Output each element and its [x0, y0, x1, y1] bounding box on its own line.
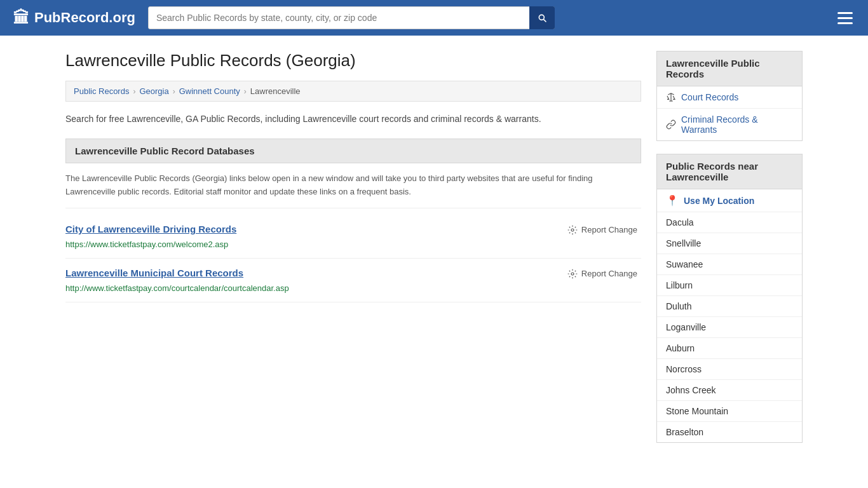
sidebar-court-records-label: Court Records	[681, 92, 738, 102]
menu-line	[837, 22, 853, 24]
nearby-braselton-link[interactable]: Braselton	[666, 427, 703, 437]
search-icon	[537, 13, 547, 23]
scale-icon	[666, 92, 676, 102]
record-entry: City of Lawrenceville Driving Records Re…	[65, 215, 641, 259]
nearby-suwanee-link[interactable]: Suwanee	[666, 259, 703, 269]
logo-text: PubRecord.org	[34, 10, 135, 26]
sidebar-nearby-johns-creek[interactable]: Johns Creek	[657, 380, 802, 401]
sidebar-criminal-records-label: Criminal Records & Warrants	[681, 114, 793, 135]
databases-intro: The Lawrenceville Public Records (Georgi…	[65, 163, 641, 208]
nearby-duluth-link[interactable]: Duluth	[666, 301, 691, 311]
use-location-link[interactable]: Use My Location	[684, 196, 754, 206]
databases-content: The Lawrenceville Public Records (Georgi…	[65, 163, 641, 302]
logo-icon: 🏛	[13, 8, 29, 28]
nearby-johns-creek-link[interactable]: Johns Creek	[666, 385, 716, 395]
location-pin-icon: 📍	[666, 194, 679, 207]
breadcrumb-gwinnett[interactable]: Gwinnett County	[179, 86, 240, 96]
sidebar-nearby-duluth[interactable]: Duluth	[657, 296, 802, 317]
menu-button[interactable]	[835, 10, 855, 27]
breadcrumb-lawrenceville: Lawrenceville	[250, 86, 301, 96]
search-container	[148, 6, 555, 29]
svg-point-0	[571, 229, 574, 231]
sidebar: Lawrenceville Public Records Court Recor…	[656, 51, 803, 456]
sidebar-lawrenceville-section: Lawrenceville Public Records Court Recor…	[656, 51, 803, 141]
sidebar-item-criminal-records[interactable]: Criminal Records & Warrants	[657, 109, 802, 140]
nearby-auburn-link[interactable]: Auburn	[666, 343, 695, 353]
report-icon	[567, 225, 578, 235]
sidebar-nearby-section: Public Records near Lawrenceville 📍 Use …	[656, 154, 803, 443]
record-url-driving[interactable]: https://www.ticketfastpay.com/welcome2.a…	[65, 240, 228, 249]
menu-line	[837, 12, 853, 14]
breadcrumb: Public Records › Georgia › Gwinnett Coun…	[65, 81, 641, 102]
record-title-driving[interactable]: City of Lawrenceville Driving Records	[65, 224, 236, 234]
sidebar-nearby-braselton[interactable]: Braselton	[657, 422, 802, 442]
nearby-dacula-link[interactable]: Dacula	[666, 217, 694, 227]
sidebar-item-court-records[interactable]: Court Records	[657, 86, 802, 109]
breadcrumb-public-records[interactable]: Public Records	[74, 86, 129, 96]
page-title: Lawrenceville Public Records (Georgia)	[65, 51, 641, 71]
nearby-stone-mountain-link[interactable]: Stone Mountain	[666, 406, 728, 416]
sidebar-nearby-snellville[interactable]: Snellville	[657, 233, 802, 254]
record-title-court[interactable]: Lawrenceville Municipal Court Records	[65, 268, 243, 278]
databases-heading: Lawrenceville Public Record Databases	[65, 139, 641, 163]
nearby-norcross-link[interactable]: Norcross	[666, 364, 702, 374]
sidebar-nearby-dacula[interactable]: Dacula	[657, 212, 802, 233]
menu-line	[837, 17, 853, 19]
record-url-court[interactable]: http://www.ticketfastpay.com/courtcalend…	[65, 283, 289, 293]
breadcrumb-sep: ›	[244, 87, 247, 96]
nearby-loganville-link[interactable]: Loganville	[666, 322, 706, 332]
sidebar-nearby-stone-mountain[interactable]: Stone Mountain	[657, 401, 802, 422]
sidebar-nearby-auburn[interactable]: Auburn	[657, 338, 802, 359]
breadcrumb-sep: ›	[133, 87, 135, 96]
report-change-button-2[interactable]: Report Change	[564, 268, 641, 280]
breadcrumb-georgia[interactable]: Georgia	[139, 86, 168, 96]
page-description: Search for free Lawrenceville, GA Public…	[65, 112, 641, 126]
sidebar-nearby-header: Public Records near Lawrenceville	[656, 154, 803, 189]
report-icon	[567, 269, 578, 279]
sidebar-use-location[interactable]: 📍 Use My Location	[657, 189, 802, 212]
search-input[interactable]	[148, 6, 555, 29]
report-change-button-1[interactable]: Report Change	[564, 224, 641, 236]
sidebar-nearby-norcross[interactable]: Norcross	[657, 359, 802, 380]
sidebar-lawrenceville-header: Lawrenceville Public Records	[656, 51, 803, 86]
site-logo[interactable]: 🏛 PubRecord.org	[13, 8, 135, 28]
sidebar-nearby-suwanee[interactable]: Suwanee	[657, 254, 802, 275]
record-entry: Lawrenceville Municipal Court Records Re…	[65, 259, 641, 302]
nearby-lilburn-link[interactable]: Lilburn	[666, 280, 693, 290]
sidebar-nearby-loganville[interactable]: Loganville	[657, 317, 802, 338]
svg-point-1	[571, 273, 574, 275]
nearby-snellville-link[interactable]: Snellville	[666, 238, 701, 248]
breadcrumb-sep: ›	[173, 87, 175, 96]
link-icon	[666, 119, 676, 130]
search-button[interactable]	[529, 6, 555, 29]
sidebar-nearby-lilburn[interactable]: Lilburn	[657, 275, 802, 296]
